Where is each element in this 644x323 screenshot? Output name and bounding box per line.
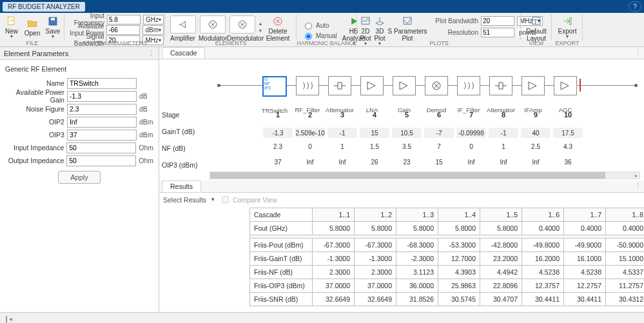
topology-block-Demod[interactable]: Demod xyxy=(425,76,448,95)
topology-block-TRSwitch[interactable]: GNFIP3 TRSwitch xyxy=(262,76,287,97)
svg-text:+: + xyxy=(10,17,13,24)
ribbon: + New▾ Open Save▾ FILE Input Frequency G… xyxy=(0,13,644,47)
cascade-gain-3[interactable]: 15 xyxy=(360,128,389,138)
export-button[interactable]: Export▾ xyxy=(553,14,581,39)
radio-auto[interactable]: Auto xyxy=(302,21,337,30)
cascade-gain-0[interactable]: -1.3 xyxy=(263,128,293,138)
cascade-gain-2[interactable]: -1 xyxy=(327,128,357,138)
cascade-tabbar: Cascade ⋮ xyxy=(159,47,644,59)
results-table: Cascade1..11..21..31..41..51..61..71..81… xyxy=(249,208,644,306)
tab-cascade[interactable]: Cascade xyxy=(162,47,205,59)
param-input-2[interactable] xyxy=(67,104,137,115)
select-results-dropdown[interactable]: ▼ xyxy=(210,197,215,202)
group-label-view: VIEW xyxy=(521,40,552,46)
topology-block-Attenuator[interactable]: Attenuator xyxy=(489,76,512,95)
element-parameters-panel: Element Parameters ⋮ Generic RF Element … xyxy=(0,47,159,312)
group-label-elements: ELEMENTS xyxy=(165,40,297,46)
topology-block-Gain[interactable]: Gain xyxy=(393,76,416,95)
cascade-tab-menu[interactable]: ⋮ xyxy=(634,48,641,57)
save-button[interactable]: Save▾ xyxy=(43,14,63,39)
cascade-hscroll[interactable]: ◂ ▸ xyxy=(210,171,640,179)
cascade-gain-8[interactable]: 40 xyxy=(521,128,551,138)
tab-results[interactable]: Results xyxy=(162,181,201,192)
system-unit-0[interactable]: GHz▾ xyxy=(143,15,164,24)
radio-manual[interactable]: Manual xyxy=(302,31,337,40)
cascade-canvas[interactable]: GNFIP3 TRSwitch RF_Filter Attenuator LNA… xyxy=(159,59,644,181)
help-button[interactable]: ? xyxy=(629,1,641,12)
element-gallery-scroll[interactable]: ▴▾ xyxy=(259,14,262,40)
param-input-4[interactable] xyxy=(67,130,137,141)
cascade-gain-4[interactable]: 10.5 xyxy=(392,128,422,138)
default-layout-button[interactable]: Default Layout xyxy=(522,14,551,43)
topology-block-AGC[interactable]: AGC xyxy=(554,76,577,95)
cascade-gain-7[interactable]: -1 xyxy=(489,128,518,138)
element-parameters-title: Element Parameters xyxy=(4,50,68,57)
group-label-harmonic: HARMONIC BALANCE xyxy=(297,40,357,46)
cascade-gain-5[interactable]: -7 xyxy=(424,128,454,138)
delete-element-button[interactable]: Delete Element xyxy=(263,14,293,43)
group-label-plots: PLOTS xyxy=(357,40,521,46)
topology-block-Attenuator[interactable]: Attenuator xyxy=(328,76,351,95)
plot-bandwidth-input[interactable] xyxy=(481,16,514,26)
new-button[interactable]: + New▾ xyxy=(1,14,22,39)
select-results-label: Select Results xyxy=(163,196,206,204)
status-back-icon[interactable]: ❙◂ xyxy=(4,315,12,322)
element-demodulator[interactable] xyxy=(229,15,255,34)
group-label-file: FILE xyxy=(0,40,64,46)
cascade-gain-9[interactable]: 17.5 xyxy=(553,128,583,138)
cascade-gain-1[interactable]: 2.509e-10 xyxy=(295,128,325,138)
topology-block-IF_Filter[interactable]: IF_Filter xyxy=(457,76,480,95)
topology-block-RF_Filter[interactable]: RF_Filter xyxy=(296,76,319,95)
element-modulator[interactable] xyxy=(200,15,226,34)
system-input-0[interactable] xyxy=(107,15,141,24)
param-input-6[interactable] xyxy=(66,155,136,166)
system-input-1[interactable] xyxy=(106,25,140,35)
svg-rect-10 xyxy=(570,18,571,25)
element-amplifier[interactable] xyxy=(170,15,196,34)
title-bar: RF BUDGET ANALYZER ? xyxy=(0,0,644,13)
param-input-1[interactable] xyxy=(67,91,137,102)
svg-rect-3 xyxy=(51,18,55,21)
panel-menu-icon[interactable]: ⋮ xyxy=(148,49,155,57)
compare-view-checkbox[interactable]: Compare View xyxy=(219,194,277,205)
apply-button[interactable]: Apply xyxy=(58,171,101,184)
param-input-3[interactable] xyxy=(67,117,137,128)
topology-block-LNA[interactable]: LNA xyxy=(360,76,384,95)
param-input-5[interactable] xyxy=(66,142,136,153)
group-label-system: SYSTEM PARAMETERS xyxy=(64,40,165,46)
app-title: RF BUDGET ANALYZER xyxy=(3,2,85,12)
status-bar: ❙◂ xyxy=(0,312,644,323)
topology-block-IFAmp[interactable]: IFAmp xyxy=(522,76,545,95)
svg-rect-9 xyxy=(532,17,540,24)
cascade-gain-6[interactable]: -0.09998 xyxy=(456,128,486,138)
results-tabbar: Results ⋮ xyxy=(159,181,644,193)
system-unit-1[interactable]: dBm▾ xyxy=(142,25,164,35)
param-input-0[interactable] xyxy=(67,78,137,89)
s-parameters-button[interactable]: S Parameters Plot xyxy=(387,14,428,43)
plot-resolution-input[interactable] xyxy=(481,28,514,37)
group-label-export: EXPORT xyxy=(552,40,583,46)
open-button[interactable]: Open xyxy=(22,16,43,38)
results-tab-menu[interactable]: ⋮ xyxy=(634,182,641,190)
element-heading: Generic RF Element xyxy=(5,65,153,73)
